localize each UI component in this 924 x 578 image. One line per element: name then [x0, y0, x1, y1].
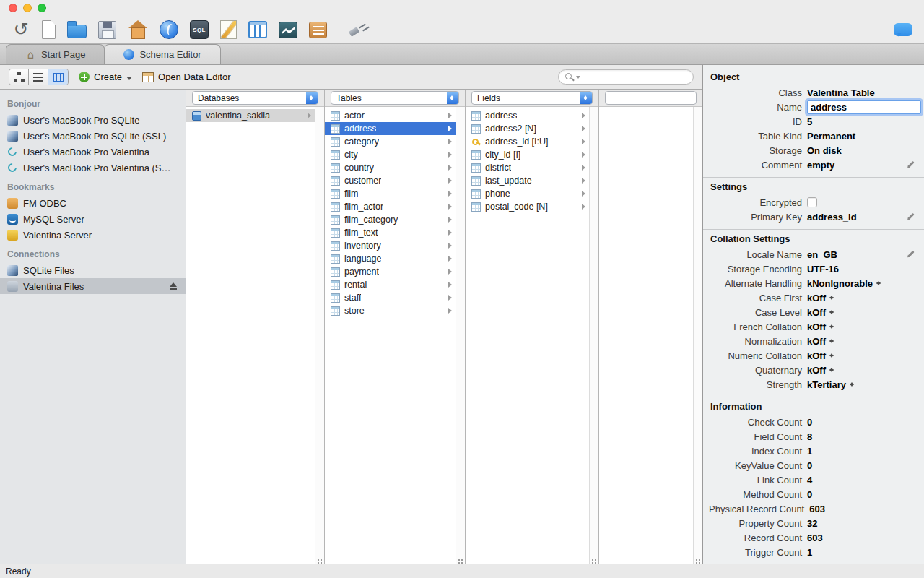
property-value: Permanent [807, 131, 855, 142]
new-document-icon[interactable] [42, 20, 56, 39]
dropdown-stepper-icon[interactable] [829, 337, 835, 345]
table-item-actor[interactable]: actor [325, 109, 456, 122]
dropdown-stepper-icon[interactable] [829, 366, 835, 374]
column-filter-databases[interactable]: Databases [192, 91, 318, 105]
table-item-language[interactable]: language [325, 252, 456, 265]
property-value: 32 [807, 518, 817, 529]
resize-grip-icon[interactable] [458, 559, 460, 561]
dropdown-stepper-icon[interactable] [829, 293, 835, 302]
minimize-button[interactable] [23, 4, 32, 12]
column-rows: addressaddress2 [N]address_id [I:U]city_… [466, 107, 589, 564]
sidebar-item-user-s-macbook-pro-valentina[interactable]: User's MacBook Pro Valentina [0, 144, 186, 160]
encrypted-checkbox[interactable] [807, 197, 817, 207]
edit-pencil-icon[interactable] [905, 249, 915, 259]
close-button[interactable] [9, 4, 17, 12]
edit-pencil-icon[interactable] [905, 160, 915, 170]
field-item-postal-code-n[interactable]: postal_code [N] [466, 200, 589, 213]
field-item-phone[interactable]: phone [466, 187, 589, 200]
dropdown-stepper-icon[interactable] [849, 380, 855, 389]
table-icon [331, 202, 340, 212]
database-item-valentina-sakila[interactable]: valentina_sakila [186, 109, 315, 122]
dropdown-stepper-icon[interactable] [876, 279, 882, 288]
sql-editor-icon[interactable] [190, 20, 209, 39]
item-label: film [344, 189, 358, 199]
open-data-editor-button[interactable]: Open Data Editor [142, 72, 230, 82]
resize-grip-icon[interactable] [696, 559, 697, 561]
scrollbar-track[interactable] [693, 107, 702, 564]
sidebar-item-fm-odbc[interactable]: FM ODBC [0, 195, 186, 211]
table-item-film[interactable]: film [325, 187, 456, 200]
search-field[interactable] [558, 69, 694, 85]
field-item-district[interactable]: district [466, 161, 589, 174]
table-item-film-text[interactable]: film_text [325, 226, 456, 239]
schema-editor-icon[interactable] [248, 21, 267, 38]
start-page-icon[interactable] [128, 20, 148, 39]
save-icon[interactable] [98, 21, 116, 39]
name-input[interactable] [807, 100, 921, 114]
table-item-staff[interactable]: staff [325, 291, 456, 304]
table-item-film-category[interactable]: film_category [325, 213, 456, 226]
table-item-inventory[interactable]: inventory [325, 239, 456, 252]
sidebar-item-label: MySQL Server [23, 214, 84, 225]
scrollbar-track[interactable] [589, 107, 598, 564]
disclosure-arrow-icon [448, 217, 452, 223]
scrollbar-track[interactable] [456, 107, 465, 564]
field-item-address2-n[interactable]: address2 [N] [466, 122, 589, 135]
table-item-film-actor[interactable]: film_actor [325, 200, 456, 213]
eject-icon[interactable] [169, 282, 178, 290]
sidebar-item-user-s-macbook-pro-sqlite[interactable]: User's MacBook Pro SQLite [0, 112, 186, 128]
scrollbar-track[interactable] [315, 107, 324, 564]
diagram-icon[interactable] [220, 20, 237, 39]
tab-schema-editor[interactable]: Schema Editor [104, 44, 220, 64]
column-filter-tables[interactable]: Tables [331, 91, 459, 105]
columns-view-button[interactable] [48, 69, 68, 85]
sidebar-item-valentina-files[interactable]: Valentina Files [0, 278, 186, 294]
table-icon [331, 163, 340, 173]
valentina-home-icon[interactable] [160, 20, 178, 39]
dropdown-stepper-icon[interactable] [829, 308, 835, 316]
field-item-address-id-i-u[interactable]: address_id [I:U] [466, 135, 589, 148]
field-item-city-id-i[interactable]: city_id [I] [466, 148, 589, 161]
dropdown-stepper-icon[interactable] [829, 322, 835, 331]
sidebar-item-mysql-server[interactable]: MySQL Server [0, 211, 186, 227]
valentina-icon [6, 146, 19, 158]
column-header: Databases [186, 90, 324, 107]
window-titlebar [0, 0, 924, 16]
tab-start-page[interactable]: Start Page [6, 44, 105, 64]
report-editor-icon[interactable] [309, 22, 327, 38]
server-admin-icon[interactable] [279, 22, 297, 38]
edit-pencil-icon[interactable] [905, 212, 915, 222]
sidebar-item-user-s-macbook-pro-sqlite-ssl[interactable]: User's MacBook Pro SQLite (SSL) [0, 128, 186, 144]
property-label: Locale Name [709, 249, 807, 260]
table-item-address[interactable]: address [325, 122, 456, 135]
open-folder-icon[interactable] [67, 25, 87, 38]
sidebar-item-sqlite-files[interactable]: SQLite Files [0, 262, 186, 278]
table-item-city[interactable]: city [325, 148, 456, 161]
table-item-store[interactable]: store [325, 304, 456, 317]
table-item-category[interactable]: category [325, 135, 456, 148]
column-rows [599, 107, 693, 564]
property-label: Class [709, 87, 807, 98]
dropdown-stepper-icon[interactable] [829, 351, 835, 360]
column-filter-fields[interactable]: Fields [471, 91, 593, 105]
tree-view-button[interactable] [9, 69, 29, 85]
resize-grip-icon[interactable] [318, 559, 319, 561]
create-button[interactable]: Create [79, 72, 132, 83]
table-icon [331, 137, 340, 147]
undo-icon[interactable] [12, 20, 30, 40]
search-input[interactable] [582, 72, 687, 82]
list-view-button[interactable] [29, 69, 48, 85]
table-item-rental[interactable]: rental [325, 278, 456, 291]
property-label: Case Level [709, 307, 807, 318]
sidebar-item-valentina-server[interactable]: Valentina Server [0, 227, 186, 243]
field-item-address[interactable]: address [466, 109, 589, 122]
table-item-country[interactable]: country [325, 161, 456, 174]
resize-grip-icon[interactable] [592, 559, 593, 561]
field-item-last-update[interactable]: last_update [466, 174, 589, 187]
connect-to-database-icon[interactable] [347, 20, 367, 40]
table-item-payment[interactable]: payment [325, 265, 456, 278]
sidebar-item-user-s-macbook-pro-valentina-s[interactable]: User's MacBook Pro Valentina (S… [0, 160, 186, 176]
zoom-button[interactable] [38, 4, 46, 12]
feedback-icon[interactable] [894, 23, 912, 36]
table-item-customer[interactable]: customer [325, 174, 456, 187]
